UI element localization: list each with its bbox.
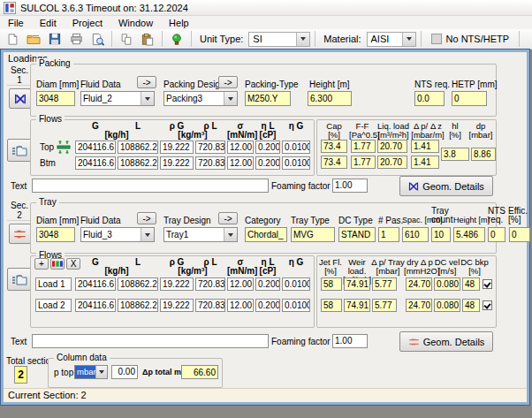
tray-dc-type-field[interactable]: STAND <box>338 227 376 242</box>
flow-cell[interactable]: 12.00 <box>227 277 254 291</box>
flow-cell[interactable]: 19.222 <box>160 141 194 154</box>
tray-foaming-factor-field[interactable]: 1.00 <box>332 334 368 348</box>
section-1-packing-button[interactable] <box>9 88 31 109</box>
flow-cell[interactable]: 19.222 <box>160 299 194 312</box>
add-load-button[interactable]: + <box>34 258 49 270</box>
result-cell[interactable]: 73.4 <box>321 156 347 169</box>
tray-geom-details-button[interactable]: Geom. Details <box>399 331 493 352</box>
material-select[interactable]: AISI <box>367 32 416 47</box>
result-cell[interactable]: 74.91 <box>344 299 370 312</box>
packing-design-dropdown-button[interactable] <box>224 92 237 105</box>
packing-design-arrow-button[interactable]: -> <box>218 76 238 88</box>
hl-field[interactable]: 3.8 <box>441 148 469 161</box>
flow-cell[interactable]: 12.00 <box>227 141 254 154</box>
result-cell[interactable]: 0.080 <box>434 277 460 291</box>
flow-cell[interactable]: 720.83 <box>195 277 225 291</box>
tray-flows-transfer-button[interactable] <box>7 268 32 291</box>
save-button[interactable] <box>45 30 65 48</box>
result-cell[interactable]: 24.70 <box>406 277 432 291</box>
flow-cell[interactable]: 108862.2 <box>118 299 158 312</box>
tray-fluid-arrow-button[interactable]: -> <box>137 212 156 224</box>
tray-design-select[interactable]: Tray1 <box>163 227 238 242</box>
flow-cell[interactable]: 108862.2 <box>118 141 158 154</box>
copy-button[interactable] <box>117 30 136 48</box>
tray-count-field[interactable]: 10 <box>431 227 451 242</box>
result-cell[interactable]: 1.41 <box>411 140 439 153</box>
p-top-unit-select[interactable]: mbar <box>74 365 108 379</box>
print-button[interactable] <box>66 30 86 48</box>
result-cell[interactable]: 24.70 <box>406 299 432 312</box>
dc-bkp-checkbox[interactable] <box>483 279 492 289</box>
dp-field[interactable]: 8.86 <box>471 148 496 161</box>
result-cell[interactable]: 20.70 <box>377 140 407 153</box>
tray-type-field[interactable]: MVG <box>291 227 335 242</box>
load-2-label[interactable]: Load 2 <box>35 299 72 312</box>
result-cell[interactable]: 74.91 <box>344 277 370 291</box>
packing-hetp-field[interactable]: 0 <box>452 91 487 106</box>
packing-fluid-select[interactable]: Fluid_2 <box>80 91 155 106</box>
result-cell[interactable]: 48 <box>462 299 480 312</box>
packing-diam-field[interactable]: 3048 <box>36 91 75 106</box>
packing-design-select[interactable]: Packing3 <box>163 91 238 106</box>
result-cell[interactable]: 5.77 <box>372 277 397 291</box>
flow-cell[interactable]: 0.200 <box>255 156 280 170</box>
menu-file[interactable]: File <box>0 17 32 29</box>
tray-design-dropdown-button[interactable] <box>224 228 237 241</box>
total-sections-field[interactable]: 2 <box>14 366 27 384</box>
flow-cell[interactable]: 204116.6 <box>75 299 116 312</box>
flow-cell[interactable]: 108862.2 <box>118 156 158 170</box>
p-top-unit-dropdown-button[interactable] <box>95 366 107 378</box>
tray-fluid-select[interactable]: Fluid_3 <box>80 227 155 242</box>
result-cell[interactable]: 1.77 <box>351 156 376 169</box>
no-nts-hetp-toggle[interactable]: No NTS/HETP <box>426 34 515 44</box>
result-cell[interactable]: 58 <box>321 299 342 312</box>
result-cell[interactable]: 58 <box>321 277 342 291</box>
flow-cell[interactable]: 204116.6 <box>75 141 116 154</box>
unit-type-select[interactable]: SI <box>248 32 310 47</box>
tray-design-arrow-button[interactable]: -> <box>218 212 238 224</box>
tray-spac-field[interactable]: 610 <box>402 227 429 242</box>
flow-cell[interactable]: 0.200 <box>255 141 280 154</box>
flow-cell[interactable]: 0.0100 <box>282 156 310 170</box>
tray-diam-field[interactable]: 3048 <box>36 227 75 242</box>
p-top-field[interactable]: 0.00 <box>111 365 138 379</box>
flow-cell[interactable]: 108862.2 <box>118 277 158 291</box>
flow-cell[interactable]: 0.0100 <box>282 277 310 291</box>
tray-fluid-dropdown-button[interactable] <box>141 228 154 241</box>
flow-cell[interactable]: 12.00 <box>227 299 254 312</box>
packing-height-field[interactable]: 6.300 <box>308 91 352 106</box>
packing-text-input[interactable] <box>32 179 269 193</box>
result-cell[interactable]: 1.41 <box>411 156 439 169</box>
tray-pas-field[interactable]: 1 <box>378 227 399 242</box>
flow-cell[interactable]: 720.83 <box>195 299 225 312</box>
paste-button[interactable] <box>138 30 157 48</box>
menu-help[interactable]: Help <box>161 17 197 29</box>
result-cell[interactable]: 73.4 <box>321 140 347 153</box>
result-cell[interactable]: 5.77 <box>372 299 397 312</box>
flow-cell[interactable]: 0.0100 <box>282 141 310 154</box>
result-cell[interactable]: 48 <box>462 277 480 291</box>
packing-fluid-arrow-button[interactable]: -> <box>137 76 156 88</box>
flow-cell[interactable]: 0.200 <box>255 299 280 312</box>
new-file-button[interactable] <box>3 30 22 48</box>
dc-bkp-checkbox[interactable] <box>483 300 492 310</box>
packing-nts-field[interactable]: 0.0 <box>414 91 445 106</box>
tray-effic-field[interactable]: 0 <box>509 227 530 242</box>
flow-cell[interactable]: 19.222 <box>160 156 194 170</box>
section-2-tray-button[interactable] <box>9 224 31 244</box>
flow-cell[interactable]: 720.83 <box>195 141 225 154</box>
packing-type-field[interactable]: M250.Y <box>245 91 291 106</box>
result-cell[interactable]: 1.77 <box>351 140 376 153</box>
tray-text-input[interactable] <box>32 334 269 348</box>
flow-cell[interactable]: 204116.6 <box>75 277 116 291</box>
flow-cell[interactable]: 0.200 <box>255 277 280 291</box>
dp-total-field[interactable]: 66.60 <box>181 365 218 379</box>
wizard-button[interactable] <box>167 30 186 48</box>
result-cell[interactable]: 0.080 <box>434 299 460 312</box>
print-preview-button[interactable] <box>87 30 107 48</box>
color-loads-button[interactable] <box>50 258 65 270</box>
packing-foaming-factor-field[interactable]: 1.00 <box>332 179 368 193</box>
menu-window[interactable]: Window <box>110 17 161 29</box>
flow-cell[interactable]: 720.83 <box>195 156 225 170</box>
unit-type-dropdown-button[interactable] <box>296 33 309 46</box>
